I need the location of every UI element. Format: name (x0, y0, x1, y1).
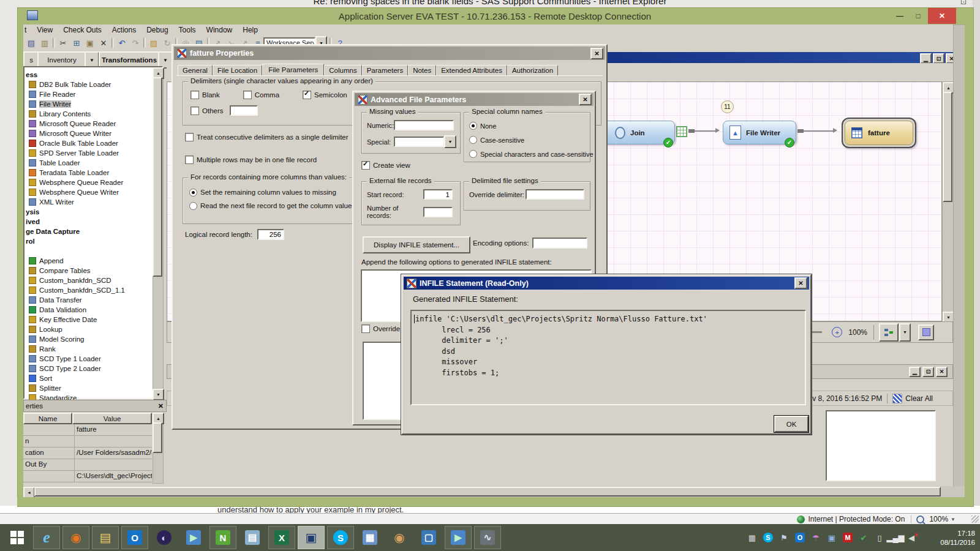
hidden-icons[interactable]: ▦ (745, 530, 760, 545)
rdp-title-bar[interactable]: Application Server EVA TEST - 10.71.236.… (17, 7, 973, 24)
number-of-records-input[interactable] (423, 207, 453, 217)
ok-button[interactable]: OK (774, 416, 809, 432)
infile-close-icon[interactable] (794, 277, 807, 289)
records-radio[interactable]: Set the remaining column values to missi… (189, 186, 353, 199)
tree-item[interactable]: Microsoft Queue Writer (24, 129, 152, 138)
rdp-tray[interactable]: ▣ (824, 530, 839, 545)
cut-icon[interactable]: ✂ (58, 37, 69, 48)
menu-item[interactable]: View (37, 26, 53, 34)
menu-item[interactable]: Actions (112, 26, 136, 34)
multiple-rows-checkbox[interactable]: Multiple rows may be in one file record (185, 156, 317, 164)
create-view-checkbox[interactable]: Create view (361, 161, 410, 170)
details-close-icon[interactable] (936, 367, 948, 377)
menu-item[interactable]: Debug (146, 26, 168, 34)
start-button[interactable] (4, 526, 31, 549)
toolbar-separator[interactable] (143, 38, 146, 48)
rdp-minimize-button[interactable]: — (891, 9, 908, 23)
tree-item[interactable]: File Reader (24, 89, 152, 99)
safely-remove-tray[interactable]: ✔ (856, 530, 871, 545)
outlook-task[interactable]: O (121, 526, 148, 549)
excel-task[interactable]: X (268, 526, 295, 549)
node-join[interactable]: Join (597, 121, 675, 144)
advanced-close-icon[interactable] (579, 94, 592, 105)
records-radio[interactable]: Read the next file record to get the col… (189, 199, 353, 212)
job-restore-icon[interactable] (933, 53, 944, 64)
firefox-task[interactable]: ◉ (62, 526, 89, 549)
join-output-table-icon[interactable] (676, 126, 687, 137)
mcafee-tray[interactable]: M (840, 530, 855, 545)
properties-col-value[interactable]: Value (72, 413, 152, 424)
taskbar-clock[interactable]: 17:18 08/11/2016 (925, 529, 975, 547)
tree-item[interactable]: Data Validation (24, 305, 152, 315)
rdp-hscroll-thumb[interactable] (34, 487, 941, 497)
zoom-in-icon[interactable]: + (832, 327, 842, 337)
details-minimize-icon[interactable] (909, 367, 921, 377)
encoding-options-input[interactable] (532, 238, 587, 249)
tree-item[interactable]: Lookup (24, 324, 152, 334)
menu-item[interactable]: Tools (179, 26, 196, 34)
tree-item[interactable]: Key Effective Date (24, 315, 152, 324)
tree-item[interactable]: Websphere Queue Reader (24, 178, 152, 187)
notepad-task[interactable]: ▤ (239, 526, 266, 549)
property-row[interactable]: cation /User Folders/sasadm2/My... (23, 448, 152, 459)
tree-item[interactable]: ge Data Capture (24, 227, 152, 236)
ie-zoom-dropdown-icon[interactable]: ▼ (951, 517, 956, 522)
dialog-tab[interactable]: Parameters (362, 65, 408, 75)
network-tray[interactable]: ▂▄▆ (888, 530, 903, 545)
infile-statement-box[interactable]: infile 'C:\Users\dlt_gec\Projects\Spritz… (410, 310, 806, 405)
properties-close-icon[interactable]: ✕ (158, 402, 164, 410)
layout-dropdown-icon[interactable]: ▼ (899, 323, 911, 342)
save-icon[interactable]: ▤ (26, 37, 37, 48)
menu-item[interactable]: Help (243, 26, 258, 34)
tree-item[interactable]: ived (24, 217, 152, 227)
remote-desktop-task[interactable]: ▣ (298, 526, 325, 549)
start-record-input[interactable] (423, 189, 453, 200)
tree-item[interactable]: Library Contents (24, 109, 152, 119)
tree-item[interactable]: Sort (24, 373, 152, 383)
paint-task[interactable]: ◉ (386, 526, 413, 549)
clear-all-button[interactable]: Clear All (905, 394, 933, 403)
tree-item[interactable]: Data Transfer (24, 295, 152, 305)
clear-all-icon[interactable] (892, 394, 902, 403)
special-column-radio[interactable]: Special characters and case-sensitive (469, 147, 590, 161)
overview-button[interactable] (918, 324, 934, 340)
copy-icon[interactable]: ⊞ (71, 37, 82, 48)
special-column-radio[interactable]: Case-sensitive (469, 133, 590, 147)
node-file-writer[interactable]: File Writer (723, 121, 796, 144)
tree-item[interactable] (24, 246, 152, 256)
special-combo[interactable] (394, 137, 444, 147)
rdp-close-button[interactable]: ✕ (928, 8, 956, 24)
paste-icon[interactable]: ▣ (85, 37, 96, 48)
rdp-maximize-button[interactable]: □ (910, 9, 927, 23)
tree-item[interactable]: File Writer (24, 99, 152, 109)
special-dropdown-icon[interactable]: ▼ (444, 135, 456, 148)
dialog-tab[interactable]: File Parameters (262, 64, 324, 75)
eclipse-task[interactable]: ◐ (151, 526, 178, 549)
tree-item[interactable]: Compare Tables (24, 266, 152, 276)
tree-item[interactable]: Rank (24, 344, 152, 354)
menu-item[interactable]: Check Outs (63, 26, 102, 34)
dialog-tab[interactable]: Columns (324, 65, 361, 75)
property-row[interactable]: fatture (23, 424, 152, 436)
canvas-scroll-thumb[interactable] (943, 92, 952, 202)
override-options-box[interactable] (363, 342, 402, 420)
delete-icon[interactable]: ✕ (98, 37, 109, 48)
fatture-properties-title-bar[interactable]: fatture Properties (174, 47, 605, 60)
fatture-properties-close-icon[interactable] (590, 48, 603, 59)
infile-title-bar[interactable]: INFILE Statement (Read-Only) (404, 277, 809, 290)
toolbar-separator[interactable] (53, 38, 55, 48)
tree-item[interactable]: Custom_bankfdn_SCD_1.1 (24, 285, 152, 295)
undo-icon[interactable]: ↶ (116, 37, 127, 48)
numeric-input[interactable] (394, 120, 454, 130)
print-icon[interactable]: ▥ (39, 37, 50, 48)
perfmon-task[interactable]: ∿ (474, 526, 501, 549)
property-row[interactable]: C:\Users\dlt_gec\Projects\... (23, 471, 152, 482)
tree-item[interactable]: Model Scoring (24, 334, 152, 344)
resize-grip[interactable] (971, 515, 979, 523)
skype-task[interactable]: S (327, 526, 354, 549)
toolbar-separator[interactable] (111, 38, 114, 48)
ie-restore-icon[interactable]: ⊡ (960, 0, 967, 6)
dialog-tab[interactable]: Extended Attributes (436, 65, 507, 75)
rdp-vertical-scrollbar[interactable] (953, 24, 966, 487)
tree-item[interactable]: Custom_bankfdn_SCD (24, 276, 152, 285)
